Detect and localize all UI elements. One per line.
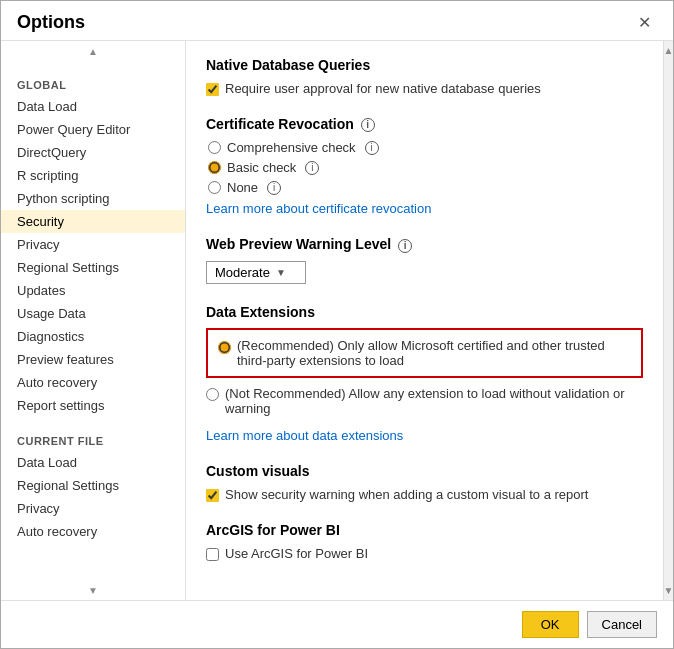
cert-label-none: None xyxy=(227,180,258,195)
sidebar-item-security[interactable]: Security xyxy=(1,210,185,233)
custom-visuals-checkbox-row: Show security warning when adding a cust… xyxy=(206,487,643,502)
cancel-button[interactable]: Cancel xyxy=(587,611,657,638)
cert-none-info-icon: i xyxy=(267,181,281,195)
ok-button[interactable]: OK xyxy=(522,611,579,638)
options-dialog: Options ✕ ▲ GLOBAL Data Load Power Query… xyxy=(0,0,674,649)
arcgis-title: ArcGIS for Power BI xyxy=(206,522,643,538)
sidebar-item-cf-privacy[interactable]: Privacy xyxy=(1,497,185,520)
sidebar-item-power-query-editor[interactable]: Power Query Editor xyxy=(1,118,185,141)
main-scroll-up-arrow[interactable]: ▲ xyxy=(664,45,673,56)
sidebar-item-direct-query[interactable]: DirectQuery xyxy=(1,141,185,164)
web-preview-dropdown[interactable]: Moderate ▼ xyxy=(206,261,306,284)
web-preview-dropdown-value: Moderate xyxy=(215,265,270,280)
data-extensions-section: Data Extensions (Recommended) Only allow… xyxy=(206,304,643,443)
sidebar: ▲ GLOBAL Data Load Power Query Editor Di… xyxy=(1,41,186,600)
cert-comprehensive-info-icon: i xyxy=(365,141,379,155)
main-scroll-down-arrow[interactable]: ▼ xyxy=(664,585,673,596)
cert-radio-basic[interactable] xyxy=(208,161,221,174)
cert-radio-group: Comprehensive check i Basic check i None… xyxy=(208,140,643,195)
global-section-label: GLOBAL xyxy=(1,69,185,95)
main-scroll-indicator: ▲ ▼ xyxy=(663,41,673,600)
dialog-footer: OK Cancel xyxy=(1,600,673,648)
sidebar-item-auto-recovery[interactable]: Auto recovery xyxy=(1,371,185,394)
cert-radio-comprehensive[interactable] xyxy=(208,141,221,154)
web-preview-title: Web Preview Warning Level i xyxy=(206,236,643,252)
cert-revocation-link[interactable]: Learn more about certificate revocation xyxy=(206,201,431,216)
sidebar-item-updates[interactable]: Updates xyxy=(1,279,185,302)
data-extensions-recommended-box: (Recommended) Only allow Microsoft certi… xyxy=(206,328,643,378)
sidebar-item-report-settings[interactable]: Report settings xyxy=(1,394,185,417)
custom-visuals-label: Show security warning when adding a cust… xyxy=(225,487,588,502)
custom-visuals-title: Custom visuals xyxy=(206,463,643,479)
sidebar-item-diagnostics[interactable]: Diagnostics xyxy=(1,325,185,348)
sidebar-item-privacy[interactable]: Privacy xyxy=(1,233,185,256)
current-file-section-label: CURRENT FILE xyxy=(1,425,185,451)
sidebar-item-usage-data[interactable]: Usage Data xyxy=(1,302,185,325)
dialog-title: Options xyxy=(17,12,85,33)
arcgis-label: Use ArcGIS for Power BI xyxy=(225,546,368,561)
sidebar-scroll-up[interactable]: ▲ xyxy=(1,41,185,61)
data-extensions-recommended-text: (Recommended) Only allow Microsoft certi… xyxy=(237,338,631,368)
web-preview-info-icon: i xyxy=(398,239,412,253)
cert-option-comprehensive: Comprehensive check i xyxy=(208,140,643,155)
cert-revocation-info-icon: i xyxy=(361,118,375,132)
native-db-section: Native Database Queries Require user app… xyxy=(206,57,643,96)
cert-revocation-section: Certificate Revocation i Comprehensive c… xyxy=(206,116,643,216)
custom-visuals-checkbox[interactable] xyxy=(206,489,219,502)
sidebar-item-preview-features[interactable]: Preview features xyxy=(1,348,185,371)
cert-basic-info-icon: i xyxy=(305,161,319,175)
data-ext-radio-recommended[interactable] xyxy=(218,341,231,354)
native-db-checkbox[interactable] xyxy=(206,83,219,96)
sidebar-item-python-scripting[interactable]: Python scripting xyxy=(1,187,185,210)
data-extensions-not-recommended-row: (Not Recommended) Allow any extension to… xyxy=(206,386,643,416)
data-extensions-title: Data Extensions xyxy=(206,304,643,320)
sidebar-item-cf-auto-recovery[interactable]: Auto recovery xyxy=(1,520,185,543)
cert-revocation-title: Certificate Revocation i xyxy=(206,116,643,132)
sidebar-item-regional-settings[interactable]: Regional Settings xyxy=(1,256,185,279)
arcgis-checkbox-row: Use ArcGIS for Power BI xyxy=(206,546,643,561)
cert-option-basic: Basic check i xyxy=(208,160,643,175)
arcgis-checkbox[interactable] xyxy=(206,548,219,561)
cert-label-basic: Basic check xyxy=(227,160,296,175)
sidebar-scroll-down[interactable]: ▼ xyxy=(1,580,185,600)
arcgis-section: ArcGIS for Power BI Use ArcGIS for Power… xyxy=(206,522,643,561)
native-db-label: Require user approval for new native dat… xyxy=(225,81,541,96)
dialog-body: ▲ GLOBAL Data Load Power Query Editor Di… xyxy=(1,41,673,600)
native-db-title: Native Database Queries xyxy=(206,57,643,73)
cert-radio-none[interactable] xyxy=(208,181,221,194)
data-extensions-link[interactable]: Learn more about data extensions xyxy=(206,428,403,443)
data-ext-radio-not-recommended[interactable] xyxy=(206,388,219,401)
sidebar-item-data-load[interactable]: Data Load xyxy=(1,95,185,118)
cert-option-none: None i xyxy=(208,180,643,195)
custom-visuals-section: Custom visuals Show security warning whe… xyxy=(206,463,643,502)
data-extensions-not-recommended-text: (Not Recommended) Allow any extension to… xyxy=(225,386,643,416)
native-db-checkbox-row: Require user approval for new native dat… xyxy=(206,81,643,96)
main-content: Native Database Queries Require user app… xyxy=(186,41,663,600)
close-button[interactable]: ✕ xyxy=(632,11,657,34)
sidebar-item-r-scripting[interactable]: R scripting xyxy=(1,164,185,187)
cert-label-comprehensive: Comprehensive check xyxy=(227,140,356,155)
sidebar-scroll-area: GLOBAL Data Load Power Query Editor Dire… xyxy=(1,61,185,580)
sidebar-item-cf-regional-settings[interactable]: Regional Settings xyxy=(1,474,185,497)
dialog-header: Options ✕ xyxy=(1,1,673,41)
main-scroll-area: Native Database Queries Require user app… xyxy=(186,41,663,600)
chevron-down-icon: ▼ xyxy=(276,267,286,278)
web-preview-section: Web Preview Warning Level i Moderate ▼ xyxy=(206,236,643,283)
sidebar-item-cf-data-load[interactable]: Data Load xyxy=(1,451,185,474)
